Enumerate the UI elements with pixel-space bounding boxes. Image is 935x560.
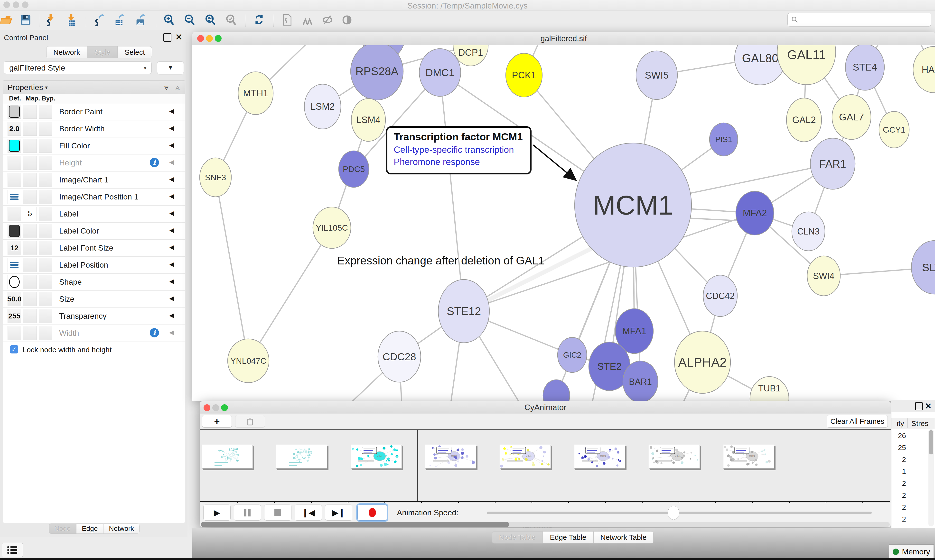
node-DMC1[interactable]: DMC1 — [419, 49, 461, 96]
expand-property-icon[interactable]: ◀ — [169, 329, 174, 336]
property-row-label-font-size[interactable]: 12Label Font Size◀ — [3, 240, 185, 257]
network-caption[interactable]: Expression change after deletion of GAL1 — [337, 254, 545, 267]
bypass-cell[interactable] — [39, 309, 52, 323]
bypass-cell[interactable] — [39, 258, 52, 272]
mapping-cell[interactable] — [23, 156, 37, 170]
default-value-cell[interactable]: 255 — [8, 309, 21, 323]
zoom-selected-button[interactable] — [224, 12, 239, 28]
edge[interactable] — [440, 72, 464, 311]
cyanimator-titlebar[interactable]: CyAnimator — [200, 401, 891, 414]
annotation-link-2[interactable]: Pheromone response — [394, 157, 530, 167]
save-session-button[interactable] — [18, 12, 33, 28]
skip-to-start-button[interactable]: ❙◀ — [295, 505, 322, 521]
tab-network-style[interactable]: Network — [103, 523, 139, 534]
expand-property-icon[interactable]: ◀ — [169, 175, 174, 183]
default-value-cell[interactable] — [8, 258, 21, 272]
property-row-width[interactable]: Widthi◀ — [3, 325, 185, 342]
node-CLN3[interactable]: CLN3 — [792, 212, 825, 251]
node-GAL11[interactable]: GAL11 — [777, 45, 836, 85]
refresh-view-button[interactable] — [252, 12, 267, 28]
info-icon[interactable]: i — [150, 328, 159, 337]
expand-property-icon[interactable]: ◀ — [169, 142, 174, 149]
animation-speed-thumb[interactable] — [668, 506, 679, 520]
node-YNL047C[interactable]: YNL047C — [228, 339, 269, 383]
style-selector[interactable]: galFiltered Style ▾ — [4, 61, 152, 74]
node-SWI5[interactable]: SWI5 — [636, 51, 677, 100]
node-MTH1[interactable]: MTH1 — [238, 72, 273, 115]
property-row-label-position[interactable]: Label Position◀ — [3, 257, 185, 274]
stop-button[interactable] — [264, 505, 292, 521]
default-value-cell[interactable] — [8, 224, 21, 238]
memory-indicator[interactable]: Memory — [889, 545, 934, 559]
node-STE4[interactable]: STE4 — [846, 45, 884, 90]
cyanimator-timeline[interactable]: MCM1MCM1MCM1MCM1MCM1MCM1 0123456789 Seco… — [200, 430, 891, 503]
expand-property-icon[interactable]: ◀ — [169, 295, 174, 302]
mapping-cell[interactable] — [23, 258, 37, 272]
delete-frame-button[interactable] — [235, 415, 265, 428]
tab-node[interactable]: Node — [49, 523, 76, 534]
node-SLT2[interactable]: SLT2 — [911, 241, 935, 294]
table-cell[interactable]: 2 — [892, 479, 906, 488]
node-ALPHA2[interactable]: ALPHA2 — [674, 331, 730, 393]
mapping-cell[interactable] — [23, 292, 37, 306]
frame-thumbnail-4[interactable]: MCM1 — [500, 445, 551, 469]
skip-to-end-button[interactable]: ▶❙ — [325, 505, 352, 521]
node-RPS28A[interactable]: RPS28A — [350, 45, 403, 100]
expand-property-icon[interactable]: ◀ — [169, 124, 174, 132]
timeline-hscroll-thumb[interactable] — [201, 522, 509, 527]
node-MCM1[interactable]: MCM1 — [575, 143, 691, 267]
node-LSM4[interactable]: LSM4 — [351, 98, 386, 142]
lock-size-checkbox[interactable]: ✓ — [10, 345, 18, 354]
zoom-in-button[interactable] — [162, 12, 177, 28]
pause-button[interactable] — [234, 505, 261, 521]
export-network-button[interactable] — [92, 12, 107, 28]
bypass-cell[interactable] — [39, 138, 52, 153]
search-box[interactable] — [787, 13, 931, 26]
mapping-cell[interactable] — [23, 190, 37, 204]
property-row-fill-color[interactable]: Fill Color◀ — [3, 137, 185, 154]
default-value-cell[interactable] — [8, 138, 21, 153]
default-value-cell[interactable] — [8, 190, 21, 204]
search-network-button[interactable] — [301, 12, 316, 28]
expand-property-icon[interactable]: ◀ — [169, 278, 174, 285]
column-centrality[interactable]: ity — [892, 419, 904, 428]
node-STE12[interactable]: STE12 — [438, 280, 489, 343]
collapse-all-icon[interactable]: ⩓ — [175, 83, 180, 92]
node-GCY1[interactable]: GCY1 — [879, 111, 909, 148]
import-table-button[interactable] — [64, 12, 79, 28]
default-value-cell[interactable] — [8, 156, 21, 170]
property-row-border-width[interactable]: 2.0Border Width◀ — [3, 120, 185, 137]
default-value-cell[interactable] — [8, 105, 21, 119]
node-clipped[interactable] — [543, 380, 570, 401]
expand-all-icon[interactable]: ⩔ — [164, 83, 169, 92]
node-TUB1[interactable]: TUB1 — [750, 377, 789, 401]
mapping-cell[interactable] — [23, 173, 37, 187]
mapping-cell[interactable] — [23, 275, 37, 289]
node-PDC5[interactable]: PDC5 — [339, 151, 369, 187]
default-value-cell[interactable]: 12 — [8, 241, 21, 255]
node-PIS1[interactable]: PIS1 — [710, 123, 738, 156]
network-canvas[interactable]: RPS28ADMC1DCP1PCK1MTH1LSM2LSM4SNF3PDC5YI… — [192, 45, 935, 401]
column-stress[interactable]: Stres — [911, 419, 929, 428]
default-value-cell[interactable] — [8, 207, 21, 221]
node-SNF3[interactable]: SNF3 — [200, 158, 231, 197]
tab-node-table[interactable]: Node Table — [492, 531, 543, 543]
expand-property-icon[interactable]: ◀ — [169, 243, 174, 251]
node-LSM2[interactable]: LSM2 — [304, 84, 341, 129]
bypass-cell[interactable] — [39, 105, 52, 119]
table-cell[interactable]: 25 — [892, 443, 906, 452]
play-button[interactable]: ▶ — [203, 505, 231, 521]
expand-property-icon[interactable]: ◀ — [169, 192, 174, 200]
search-input[interactable] — [801, 15, 924, 24]
network-window-titlebar[interactable]: galFiltered.sif — [192, 32, 935, 46]
tab-network[interactable]: Network — [46, 46, 87, 58]
frame-thumbnail-3[interactable]: MCM1 — [425, 445, 476, 469]
expand-property-icon[interactable]: ◀ — [169, 209, 174, 217]
expand-property-icon[interactable]: ◀ — [169, 158, 174, 166]
expand-property-icon[interactable]: ◀ — [169, 312, 174, 319]
node-CDC28[interactable]: CDC28 — [378, 331, 421, 382]
default-value-cell[interactable] — [8, 275, 21, 289]
network-doc-button[interactable] — [280, 12, 295, 28]
default-value-cell[interactable]: 50.0 — [8, 292, 21, 306]
property-row-height[interactable]: Heighti◀ — [3, 154, 185, 171]
